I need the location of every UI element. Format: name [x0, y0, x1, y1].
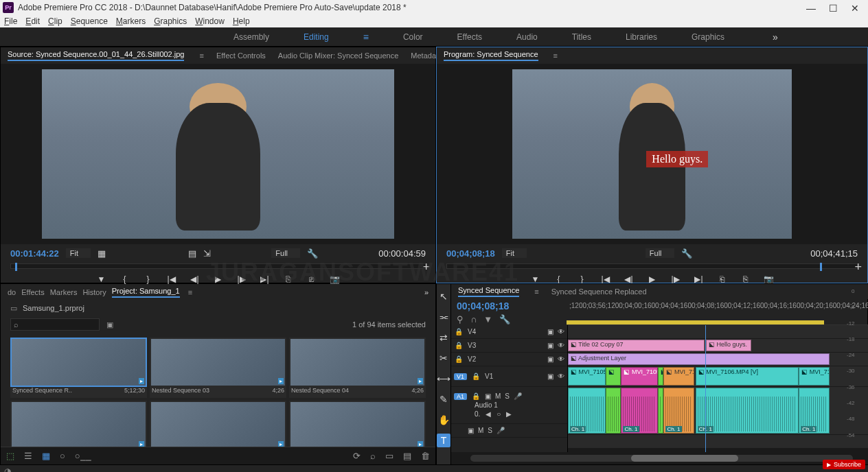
menu-file[interactable]: File [4, 16, 17, 26]
timeline-tab-1[interactable]: Synced Sequence [458, 286, 519, 297]
bin-item[interactable]: ▸Synced Sequence R..5;12;30 [10, 338, 147, 398]
add-button-icon[interactable]: + [422, 260, 430, 274]
slip-tool-icon[interactable]: ⟷ [437, 372, 450, 386]
marker-icon[interactable]: ▼ [96, 274, 107, 285]
out-point-icon[interactable]: } [143, 274, 154, 285]
program-video[interactable]: Hello guys. [512, 69, 792, 239]
bin-icon[interactable]: ▣ [106, 320, 113, 329]
clip[interactable] [658, 388, 664, 434]
program-tc-current[interactable]: 00;04;08;18 [446, 248, 495, 259]
timeline-tab-2[interactable]: Synced Sequence Replaced [551, 287, 647, 296]
work-area[interactable] [567, 320, 824, 324]
marker-icon[interactable]: ▼ [483, 314, 492, 324]
audio-track-header[interactable]: ▣MS🎤 [451, 424, 567, 438]
clip[interactable]: ⬕ Hello guys. [706, 340, 751, 351]
workspace-assembly[interactable]: Assembly [233, 30, 269, 45]
workspace-titles[interactable]: Titles [572, 30, 591, 45]
settings-icon[interactable]: 🔧 [499, 314, 510, 324]
program-resolution-select[interactable]: Full [646, 248, 674, 258]
clip[interactable]: ⬕ MVI_710 [663, 367, 694, 386]
hand-tool-icon[interactable]: ✋ [437, 413, 450, 427]
source-zoom-select[interactable]: Fit [66, 248, 91, 258]
clip[interactable]: ⬕ MVI_7105 [621, 367, 657, 386]
playhead[interactable] [705, 325, 706, 452]
track-row[interactable] [568, 325, 868, 339]
source-tc-in[interactable]: 00:01:44:22 [10, 248, 59, 259]
clip[interactable]: ⬕ Title 02 Copy 07 [568, 340, 705, 351]
tab-menu-icon[interactable]: ≡ [553, 51, 558, 60]
time-ruler[interactable]: ;1200;03;56;1200;04;00;1600;04;04;1600;0… [567, 299, 868, 325]
track-row[interactable]: ⬕ Adjustment Layer [568, 353, 868, 366]
video-track-header[interactable]: V1🔒V1▣👁 [451, 366, 567, 387]
program-zoom-select[interactable]: Fit [502, 248, 527, 258]
source-resolution-select[interactable]: Full [271, 248, 300, 258]
source-video[interactable] [42, 69, 394, 239]
step-back-icon[interactable]: ◀| [190, 274, 201, 285]
tab-menu-icon[interactable]: ≡ [534, 287, 538, 296]
track-row[interactable]: ⬕ Title 02 Copy 07⬕ Hello guys. [568, 339, 868, 353]
clip[interactable] [606, 388, 621, 434]
new-bin-icon[interactable]: ▭ [385, 451, 393, 461]
new-item-icon[interactable]: ▤ [403, 451, 411, 461]
video-track-header[interactable]: 🔒V2▣👁 [451, 353, 567, 366]
tab-source[interactable]: Source: Synced Sequence.00_01_44_26.Stil… [8, 50, 184, 61]
clip[interactable]: ⬕ MVI_7106.MP4 [V] [696, 367, 799, 386]
tab-program[interactable]: Program: Synced Sequence [444, 50, 538, 61]
overwrite-icon[interactable]: ⎚ [306, 274, 317, 285]
video-track-header[interactable]: 🔒V3▣👁 [451, 339, 567, 353]
video-track-header[interactable]: 🔒V4▣👁 [451, 325, 567, 339]
search-input[interactable]: ⌕ [10, 318, 100, 331]
track-row[interactable] [568, 435, 868, 449]
tab-menu-icon[interactable]: ≡ [199, 51, 203, 60]
timeline-timecode[interactable]: 00;04;08;18 [457, 300, 567, 311]
workspace-menu-icon[interactable]: ≡ [363, 32, 369, 43]
menu-window[interactable]: Window [195, 16, 225, 26]
track-row[interactable]: ⬕ MVI_7105.MP4 [V]⬕ ⬕ MVI_7105⬕ ⬕ MVI_71… [568, 366, 868, 387]
tab-menu-icon[interactable]: ≡ [188, 288, 192, 296]
icon-view-icon[interactable]: ▦ [42, 451, 50, 461]
clip[interactable]: Ch. 1 [621, 388, 657, 434]
menu-sequence[interactable]: Sequence [71, 16, 108, 26]
clip[interactable]: ⬕ [606, 367, 621, 386]
type-tool-icon[interactable]: T [437, 434, 450, 447]
trash-icon[interactable]: 🗑 [421, 451, 430, 461]
maximize-button[interactable]: ☐ [828, 3, 838, 12]
zoom-slider[interactable]: ○⎯⎯ [75, 451, 91, 461]
automate-icon[interactable]: ⟳ [353, 451, 361, 461]
bin-item[interactable]: ▸ [289, 401, 426, 447]
source-scrubber[interactable] [10, 263, 426, 269]
audio-track-header[interactable]: A1🔒▣MS🎤Audio 10.◀○▶ [451, 387, 567, 424]
clip[interactable]: ⬕ MVI_7105.MP4 [V] [568, 367, 606, 386]
bin-item[interactable]: ▸Nested Sequence 044;26 [289, 338, 426, 398]
workspace-audio[interactable]: Audio [516, 30, 538, 45]
go-in-icon[interactable]: |◀ [166, 274, 177, 285]
list-view-icon[interactable]: ☰ [24, 451, 32, 461]
workspace-overflow-icon[interactable]: » [773, 32, 778, 43]
lock-icon[interactable]: ⬚ [6, 451, 14, 461]
ripple-tool-icon[interactable]: ⇄ [437, 331, 450, 344]
menu-clip[interactable]: Clip [48, 16, 62, 26]
tab-effects[interactable]: Effects [21, 288, 44, 296]
workspace-editing[interactable]: Editing [304, 30, 329, 45]
timeline-scrollbar[interactable] [470, 455, 853, 462]
drag-icon[interactable]: ⇲ [203, 248, 211, 259]
wrench-icon[interactable]: 🔧 [681, 248, 692, 259]
go-out-icon[interactable]: ▶| [260, 274, 271, 285]
menu-markers[interactable]: Markers [116, 16, 146, 26]
add-button-icon[interactable]: + [854, 260, 862, 274]
clip[interactable]: Ch. 1 [799, 388, 829, 434]
track-content[interactable]: ⬕ Title 02 Copy 07⬕ Hello guys.⬕ Adjustm… [568, 325, 868, 452]
snap-icon[interactable]: ⚲ [457, 314, 464, 324]
clip[interactable]: ⬕ [658, 367, 664, 386]
workspace-graphics[interactable]: Graphics [692, 30, 724, 45]
menu-help[interactable]: Help [233, 16, 250, 26]
clip[interactable]: Ch. 1 [663, 388, 694, 434]
tab-markers[interactable]: Markers [50, 288, 78, 296]
youtube-subscribe-button[interactable]: Subscribe [823, 460, 865, 469]
bin-item[interactable]: ▸Nested Sequence 034;26 [150, 338, 286, 398]
bin-item[interactable]: ▸ [150, 401, 286, 447]
bin-item[interactable]: ▸ [10, 401, 147, 447]
tab-truncated[interactable]: do [8, 288, 16, 296]
program-scrubber[interactable] [446, 263, 858, 269]
clip[interactable]: ⬕ Adjustment Layer [568, 353, 830, 365]
